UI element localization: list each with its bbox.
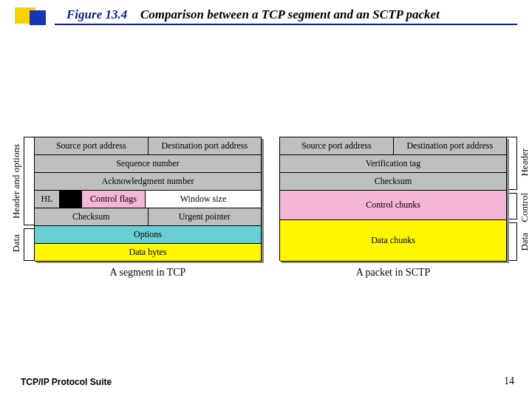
title-underline — [55, 24, 517, 25]
tcp-left-brackets — [24, 137, 34, 261]
sctp-box: Source port address Destination port add… — [279, 137, 507, 261]
tcp-seq: Sequence number — [35, 155, 262, 173]
diagram-area: Header and options Data Source port addr… — [0, 129, 532, 299]
sctp-right-brackets — [507, 137, 517, 261]
tcp-checksum: Checksum — [35, 208, 149, 226]
sctp-data-chunks: Data chunks — [280, 220, 507, 262]
tcp-winsize: Window size — [146, 191, 262, 208]
slide-title-bar: Figure 13.4 Comparison between a TCP seg… — [15, 7, 517, 30]
footer-text: TCP/IP Protocol Suite — [21, 377, 112, 387]
tcp-data-label: Data — [10, 234, 22, 253]
tcp-header-label: Header and options — [10, 144, 22, 219]
sctp-packet: Header Control Data Source port address … — [279, 137, 507, 261]
tcp-reserved — [60, 191, 82, 208]
sctp-caption: A packet in SCTP — [279, 267, 507, 279]
figure-label: Figure 13.4 — [66, 7, 127, 22]
sctp-control-label: Control — [519, 193, 531, 222]
sctp-header-label: Header — [519, 149, 531, 177]
figure-title: Comparison between a TCP segment and an … — [140, 7, 440, 22]
tcp-options: Options — [35, 226, 262, 244]
sctp-checksum: Checksum — [280, 173, 507, 191]
tcp-segment: Header and options Data Source port addr… — [34, 137, 262, 261]
tcp-ack: Acknowledgment number — [35, 173, 262, 191]
tcp-box: Source port address Destination port add… — [34, 137, 262, 261]
sctp-control-chunks: Control chunks — [280, 191, 507, 220]
tcp-hl: HL — [35, 191, 60, 208]
page-number: 14 — [504, 375, 514, 387]
tcp-caption: A segment in TCP — [34, 267, 262, 279]
tcp-data: Data bytes — [35, 244, 262, 262]
sctp-src-port: Source port address — [280, 137, 394, 155]
tcp-dst-port: Destination port address — [149, 137, 262, 155]
tcp-urgent: Urgent pointer — [149, 208, 262, 226]
tcp-flags: Control flags — [82, 191, 146, 208]
sctp-vtag: Verification tag — [280, 155, 507, 173]
sctp-dst-port: Destination port address — [394, 137, 508, 155]
sctp-data-label: Data — [519, 233, 531, 251]
title-accent — [15, 7, 50, 25]
tcp-src-port: Source port address — [35, 137, 149, 155]
